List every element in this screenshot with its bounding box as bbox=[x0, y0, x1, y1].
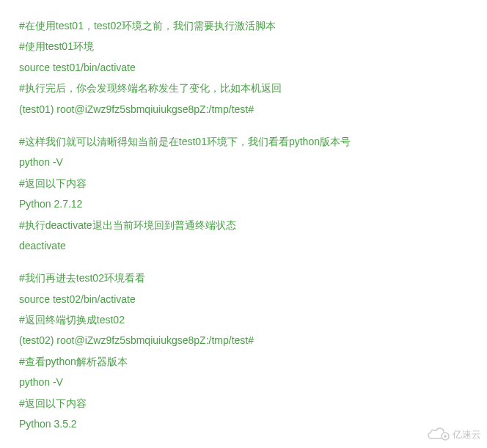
code-line: python -V bbox=[19, 154, 468, 170]
code-line: #在使用test01，test02环境之前，我们需要执行激活脚本 bbox=[19, 18, 468, 34]
watermark: 亿速云 bbox=[428, 427, 481, 442]
code-line: Python 2.7.12 bbox=[19, 196, 468, 212]
code-line: deactivate bbox=[19, 238, 468, 254]
code-line: source test02/bin/activate bbox=[19, 291, 468, 307]
code-line: #查看python解析器版本 bbox=[19, 353, 468, 370]
code-line: #执行deactivate退出当前环境回到普通终端状态 bbox=[19, 217, 468, 233]
code-line: source test01/bin/activate bbox=[19, 59, 468, 76]
code-line: (test01) root@iZwz9fz5sbmqiuiukgse8pZ:/t… bbox=[19, 101, 468, 117]
code-line: #返回以下内容 bbox=[19, 175, 468, 191]
code-line: Python 3.5.2 bbox=[19, 416, 468, 432]
code-line: #执行完后，你会发现终端名称发生了变化，比如本机返回 bbox=[19, 80, 468, 96]
code-line: #这样我们就可以清晰得知当前是在test01环境下，我们看看python版本号 bbox=[19, 133, 468, 150]
blank-line bbox=[19, 258, 468, 270]
code-content: #在使用test01，test02环境之前，我们需要执行激活脚本 #使用test… bbox=[0, 0, 487, 448]
watermark-text: 亿速云 bbox=[453, 428, 481, 441]
code-line: #我们再进去test02环境看看 bbox=[19, 270, 468, 286]
svg-point-1 bbox=[444, 435, 447, 438]
code-line: python -V bbox=[19, 374, 468, 390]
code-line: #返回以下内容 bbox=[19, 395, 468, 411]
code-line: (test02) root@iZwz9fz5sbmqiuiukgse8pZ:/t… bbox=[19, 332, 468, 348]
blank-line bbox=[19, 122, 468, 133]
cloud-icon bbox=[428, 427, 450, 442]
code-line: #使用test01环境 bbox=[19, 38, 468, 54]
code-line: #返回终端切换成test02 bbox=[19, 312, 468, 328]
